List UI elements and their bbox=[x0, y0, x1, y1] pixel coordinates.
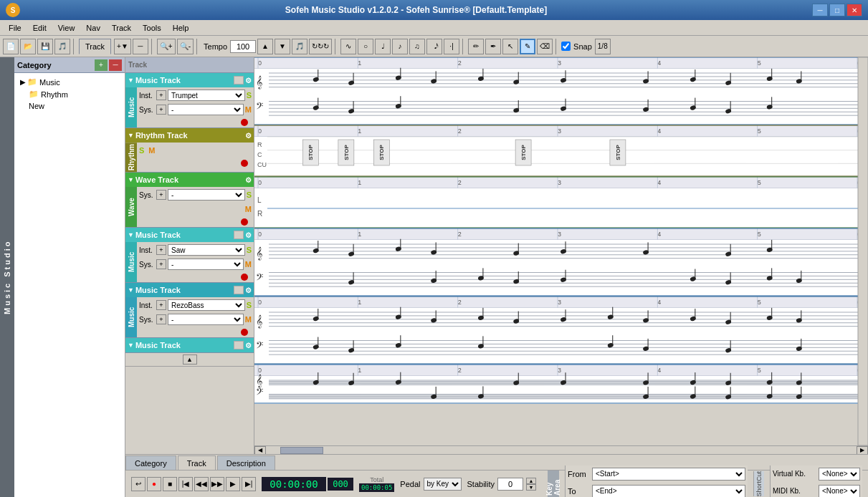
track3-sys-add[interactable]: + bbox=[156, 190, 166, 200]
track1-rec-btn[interactable] bbox=[241, 119, 248, 126]
toolbar-add-track[interactable]: +▼ bbox=[114, 39, 131, 54]
stability-down[interactable]: ▼ bbox=[526, 484, 536, 491]
track4-sys-select[interactable]: - bbox=[168, 259, 244, 270]
track1-collapse[interactable]: ▼ bbox=[128, 77, 134, 84]
track2-m-btn[interactable]: M bbox=[148, 146, 155, 155]
track1-sys-add[interactable]: + bbox=[156, 105, 166, 115]
tempo-spin-down[interactable]: ▼ bbox=[275, 39, 290, 54]
tab-description[interactable]: Description bbox=[217, 455, 275, 470]
track5-m-btn[interactable]: M bbox=[245, 315, 252, 324]
tool-select[interactable]: ↖ bbox=[502, 39, 518, 54]
snap-value-btn[interactable]: 1/8 bbox=[595, 39, 611, 54]
track4-inst-add[interactable]: + bbox=[156, 245, 166, 255]
menu-file[interactable]: File bbox=[3, 22, 27, 34]
scroll-right-arrow[interactable]: ▶ bbox=[857, 446, 868, 455]
track5-rec-btn[interactable] bbox=[241, 329, 248, 336]
minimize-button[interactable]: ─ bbox=[812, 4, 828, 16]
menu-tools[interactable]: Tools bbox=[137, 22, 167, 34]
track2-s-btn[interactable]: S bbox=[139, 146, 144, 155]
track5-sys-select[interactable]: - bbox=[168, 314, 244, 325]
transport-rewind[interactable]: ◀◀ bbox=[194, 477, 209, 491]
toolbar-new-btn[interactable]: 📄 bbox=[3, 39, 19, 54]
key-from-select[interactable]: <Start> bbox=[592, 468, 745, 481]
cat-item-rhythm[interactable]: 📁 Rhythm bbox=[17, 88, 122, 100]
track3-s-btn[interactable]: S bbox=[247, 190, 252, 199]
track5-inst-add[interactable]: + bbox=[156, 300, 166, 310]
toolbar-remove-track[interactable]: ─ bbox=[133, 39, 148, 54]
toolbar-open-btn[interactable]: 📂 bbox=[20, 39, 36, 54]
track1-s-btn[interactable]: S bbox=[247, 91, 252, 100]
track4-collapse[interactable]: ▼ bbox=[128, 231, 134, 238]
category-add-btn[interactable]: + bbox=[95, 59, 108, 71]
menu-view[interactable]: View bbox=[52, 22, 81, 34]
track1-inst-add[interactable]: + bbox=[156, 90, 166, 100]
tool-eraser[interactable]: ⌫ bbox=[537, 39, 553, 54]
track4-settings[interactable]: ⚙ bbox=[245, 231, 252, 239]
track5-s-btn[interactable]: S bbox=[247, 301, 252, 309]
tab-track[interactable]: Track bbox=[178, 455, 216, 470]
track5-inst-select[interactable]: RezoBass bbox=[168, 299, 245, 311]
close-button[interactable]: ✕ bbox=[846, 4, 862, 16]
menu-track[interactable]: Track bbox=[106, 22, 137, 34]
track1-settings[interactable]: ⚙ bbox=[245, 77, 252, 85]
tool-edit1[interactable]: ✏ bbox=[468, 39, 484, 54]
track2-rec-btn[interactable] bbox=[241, 160, 248, 167]
toolbar-zoom-in[interactable]: 🔍+ bbox=[157, 39, 176, 54]
track6-settings[interactable]: ⚙ bbox=[245, 342, 252, 349]
track3-rec-btn[interactable] bbox=[241, 218, 248, 226]
tool-note5[interactable]: 𝅘𝅥𝅯 bbox=[426, 39, 442, 54]
stability-input[interactable] bbox=[497, 478, 523, 491]
toolbar-metronome[interactable]: 🎵 bbox=[292, 39, 307, 54]
track3-m-btn[interactable]: M bbox=[245, 205, 252, 213]
scroll-left-arrow[interactable]: ◀ bbox=[254, 446, 266, 455]
transport-prev[interactable]: |◀ bbox=[178, 477, 193, 491]
toolbar-save-btn[interactable]: 💾 bbox=[37, 39, 53, 54]
transport-play[interactable]: ▶ bbox=[226, 477, 240, 491]
transport-end[interactable]: ▶| bbox=[242, 477, 256, 491]
horizontal-scrollbar[interactable]: ◀ ▶ bbox=[254, 445, 868, 454]
toolbar-export-btn[interactable]: 🎵 bbox=[54, 39, 70, 54]
tool-edit2[interactable]: ✒ bbox=[485, 39, 501, 54]
track6-collapse[interactable]: ▼ bbox=[128, 342, 134, 349]
track5-checkbox[interactable] bbox=[234, 286, 244, 294]
snap-checkbox[interactable] bbox=[561, 42, 571, 51]
track1-sys-select[interactable]: - bbox=[168, 104, 244, 115]
tool-dot[interactable]: ·| bbox=[444, 39, 459, 54]
track2-collapse[interactable]: ▼ bbox=[128, 132, 134, 139]
score-canvas[interactable] bbox=[254, 57, 868, 445]
track4-s-btn[interactable]: S bbox=[247, 246, 252, 254]
track5-settings[interactable]: ⚙ bbox=[245, 286, 252, 294]
virtual-kb-select[interactable]: <None> bbox=[819, 468, 860, 481]
track4-inst-select[interactable]: Saw bbox=[168, 244, 245, 256]
transport-loop[interactable]: ↩ bbox=[131, 477, 146, 491]
transport-stop[interactable]: ■ bbox=[163, 477, 177, 491]
track4-checkbox[interactable] bbox=[234, 231, 244, 239]
transport-forward[interactable]: ▶▶ bbox=[210, 477, 224, 491]
menu-edit[interactable]: Edit bbox=[27, 22, 52, 34]
tempo-input[interactable] bbox=[230, 40, 256, 53]
pedal-select[interactable]: by Key bbox=[424, 478, 462, 491]
track4-m-btn[interactable]: M bbox=[245, 260, 252, 269]
maximize-button[interactable]: □ bbox=[829, 4, 845, 16]
track1-m-btn[interactable]: M bbox=[245, 105, 252, 114]
tool-note1[interactable]: ○ bbox=[358, 39, 373, 54]
track3-settings[interactable]: ⚙ bbox=[245, 176, 252, 184]
tool-pencil[interactable]: ✎ bbox=[520, 39, 535, 54]
tempo-spin-up[interactable]: ▲ bbox=[257, 39, 273, 54]
track-toolbar-tab[interactable]: Track bbox=[79, 39, 111, 54]
cat-item-new[interactable]: New bbox=[17, 100, 122, 112]
cat-item-music[interactable]: ▶ 📁 Music bbox=[17, 76, 122, 88]
tab-category[interactable]: Category bbox=[125, 455, 176, 470]
key-to-select[interactable]: <End> bbox=[592, 485, 745, 498]
menu-nav[interactable]: Nav bbox=[80, 22, 106, 34]
track3-sys-select[interactable]: - bbox=[168, 189, 245, 201]
scroll-thumb[interactable] bbox=[280, 447, 323, 454]
category-remove-btn[interactable]: ─ bbox=[109, 59, 122, 71]
track4-rec-btn[interactable] bbox=[241, 274, 248, 281]
track5-collapse[interactable]: ▼ bbox=[128, 286, 134, 294]
track4-sys-add[interactable]: + bbox=[156, 259, 166, 269]
score-viewport[interactable] bbox=[254, 57, 868, 445]
transport-record[interactable]: ● bbox=[147, 477, 161, 491]
tool-note2[interactable]: ♩ bbox=[375, 39, 391, 54]
track1-checkbox[interactable] bbox=[234, 76, 244, 85]
